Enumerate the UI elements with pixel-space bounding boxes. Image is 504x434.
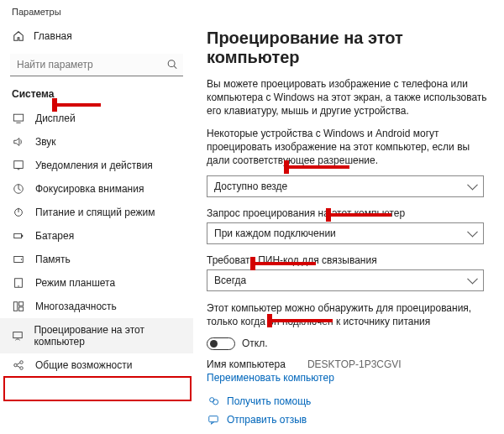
discover-toggle[interactable] [207, 337, 235, 350]
storage-icon [12, 254, 25, 265]
page-title: Проецирование на этот компьютер [207, 29, 492, 67]
svg-rect-13 [13, 302, 17, 311]
home-link[interactable]: Главная [0, 25, 193, 47]
content-pane: Проецирование на этот компьютер Вы может… [193, 20, 504, 434]
ask-to-project-select[interactable]: При каждом подключении [207, 222, 484, 244]
svg-rect-2 [13, 114, 23, 121]
nav-item-multitask[interactable]: Многозадачность [0, 295, 193, 318]
nav-label: Фокусировка внимания [35, 183, 144, 195]
nav-item-sound[interactable]: Звук [0, 130, 193, 154]
sound-icon [12, 136, 25, 148]
pin-value: Всегда [214, 275, 246, 286]
nav-item-projecting[interactable]: Проецирование на этот компьютер [0, 318, 193, 353]
section-label: Система [0, 85, 193, 107]
feedback-icon [207, 414, 220, 426]
svg-rect-4 [14, 161, 24, 169]
nav-item-storage[interactable]: Память [0, 248, 193, 271]
svg-line-21 [17, 366, 20, 368]
pc-name-label: Имя компьютера [207, 358, 286, 370]
search-wrap [10, 54, 183, 76]
display-icon [12, 112, 25, 124]
availability-value: Доступно везде [214, 180, 287, 192]
nav-item-power[interactable]: Питание и спящий режим [0, 201, 193, 224]
nav-label: Звук [35, 136, 56, 148]
discover-description: Этот компьютер можно обнаружить для прое… [207, 301, 492, 328]
notifications-icon [12, 159, 25, 171]
nav-label: Многозадачность [35, 301, 117, 312]
shared-icon [12, 359, 25, 371]
search-input[interactable] [10, 54, 183, 76]
svg-rect-24 [209, 416, 218, 421]
svg-line-20 [17, 363, 20, 364]
svg-line-1 [174, 65, 176, 68]
focus-icon [12, 183, 25, 195]
nav-label: Проецирование на этот компьютер [34, 324, 181, 348]
svg-point-10 [21, 259, 22, 259]
description-2: Некоторые устройства с Windows и Android… [207, 127, 492, 168]
nav-item-focus[interactable]: Фокусировка внимания [0, 177, 193, 201]
search-icon [166, 58, 178, 72]
pin-select[interactable]: Всегда [207, 269, 484, 291]
help-icon [207, 395, 220, 407]
feedback-link[interactable]: Отправить отзыв [227, 414, 307, 426]
svg-point-19 [20, 367, 24, 370]
svg-point-17 [14, 363, 18, 367]
nav-label: Режим планшета [35, 277, 115, 289]
nav-list: Дисплей Звук Уведомления и действия Фоку… [0, 107, 193, 377]
rename-pc-link[interactable]: Переименовать компьютер [207, 372, 334, 384]
svg-point-18 [20, 361, 24, 364]
nav-item-shared[interactable]: Общие возможности [0, 353, 193, 377]
home-label: Главная [34, 30, 72, 42]
tablet-icon [12, 277, 25, 289]
nav-label: Память [35, 254, 71, 265]
battery-icon [12, 230, 25, 242]
nav-label: Общие возможности [35, 359, 132, 371]
svg-rect-15 [18, 307, 23, 311]
window-title: Параметры [0, 0, 504, 20]
projecting-icon [12, 330, 24, 342]
svg-rect-7 [14, 233, 22, 238]
availability-select[interactable]: Доступно везде [207, 175, 484, 197]
pc-name-value: DESKTOP-1P3CGVI [307, 358, 402, 370]
ask-to-project-value: При каждом подключении [214, 227, 336, 239]
description-1: Вы можете проецировать изображение с тел… [207, 77, 492, 118]
get-help-link[interactable]: Получить помощь [227, 395, 311, 407]
ask-to-project-label: Запрос проецирования на этот компьютер [207, 207, 492, 219]
nav-item-display[interactable]: Дисплей [0, 107, 193, 130]
svg-point-23 [213, 399, 218, 404]
nav-label: Батарея [35, 230, 74, 242]
nav-item-tablet[interactable]: Режим планшета [0, 271, 193, 295]
svg-rect-14 [18, 302, 23, 306]
nav-label: Уведомления и действия [35, 159, 153, 171]
home-icon [12, 30, 25, 42]
svg-rect-16 [13, 332, 23, 338]
nav-label: Дисплей [35, 112, 76, 124]
pin-label: Требовать ПИН-код для связывания [207, 254, 492, 266]
svg-rect-8 [22, 235, 23, 238]
power-icon [12, 207, 25, 218]
toggle-state-label: Откл. [242, 337, 268, 349]
nav-item-notifications[interactable]: Уведомления и действия [0, 154, 193, 177]
svg-point-0 [168, 60, 175, 66]
nav-label: Питание и спящий режим [35, 207, 155, 218]
multitask-icon [12, 301, 25, 312]
nav-item-battery[interactable]: Батарея [0, 224, 193, 248]
sidebar: Главная Система Дисплей Звук [0, 20, 193, 434]
